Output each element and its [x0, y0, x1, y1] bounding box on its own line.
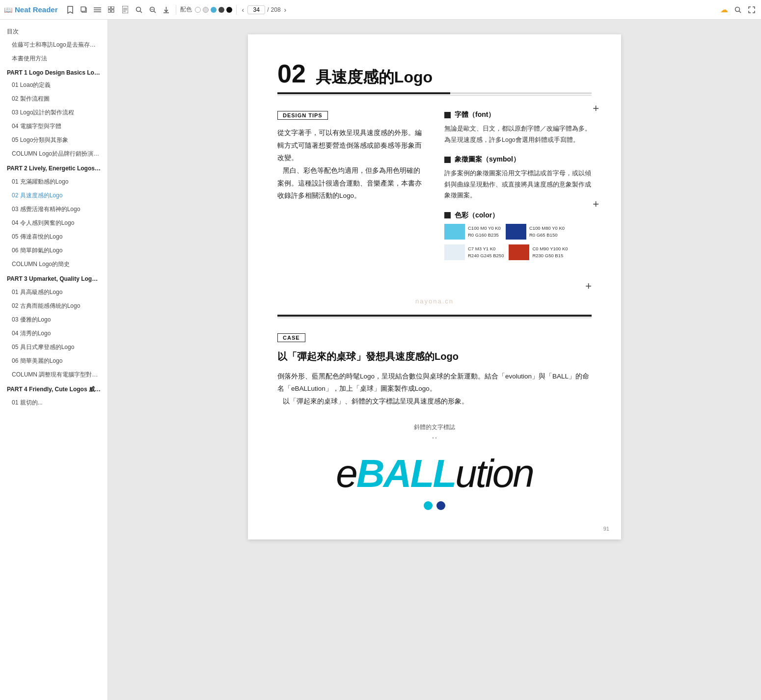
next-page-button[interactable]: › — [283, 6, 288, 14]
sidebar-item-p1-01[interactable]: 01 Loao的定義 — [0, 78, 108, 92]
watermark: nayona.cn — [277, 297, 592, 305]
color-white[interactable] — [195, 7, 201, 13]
chapter-divider — [277, 92, 592, 96]
sidebar-item-p2-03[interactable]: 03 感覺活潑有精神的Logo — [0, 202, 108, 216]
color-lightgray[interactable] — [203, 7, 209, 13]
font-section: 字體（font） 無論是歐文、日文，都以原創字體／改編字體為多。為呈現速度感，許… — [444, 110, 592, 145]
logo-ball: BALL — [356, 451, 455, 496]
app-icon: 📖 — [4, 6, 12, 14]
design-tips-right: 字體（font） 無論是歐文、日文，都以原創字體／改編字體為多。為呈現速度感，許… — [444, 110, 592, 270]
prev-page-button[interactable]: ‹ — [241, 6, 246, 14]
sidebar-item-p2-06[interactable]: 06 簡單帥氣的Logo — [0, 243, 108, 257]
color-black[interactable] — [226, 7, 232, 13]
section-divider-thin — [277, 318, 592, 318]
grid-icon[interactable] — [106, 4, 117, 15]
svg-rect-7 — [108, 10, 110, 12]
sidebar-item-p2-col[interactable]: COLUMN Logo的簡史 — [0, 257, 108, 271]
sidebar-item-p3-03[interactable]: 03 優雅的Logo — [0, 313, 108, 326]
sidebar-item-p1-04[interactable]: 04 電腦字型與字體 — [0, 119, 108, 133]
page-total: 208 — [271, 6, 281, 13]
content-area: 02 具速度感的Logo + + DESIGN TIPS — [108, 20, 761, 700]
swatch-cyan-label: C100 M0 Y0 K0R0 G160 B235 — [468, 225, 501, 238]
sidebar-item-p3-06[interactable]: 06 簡華美麗的Logo — [0, 354, 108, 368]
expand-icon[interactable] — [746, 4, 757, 15]
symbol-icon — [444, 157, 451, 163]
chapter-number: 02 — [277, 59, 306, 88]
symbol-section: 象徵圖案（symbol） 許多案例的象徵圖案沿用文字標誌或首字母，或以傾斜與曲線… — [444, 155, 592, 201]
page-navigation: ‹ 34 / 208 › — [241, 5, 288, 14]
sidebar-group-part2[interactable]: PART 2 Lively, Energetic Logos 充... — [0, 161, 108, 175]
sidebar-group-part1[interactable]: PART 1 Logo Design Basics Logo... — [0, 65, 108, 78]
sidebar-item-p4-01[interactable]: 01 親切的... — [0, 396, 108, 409]
sidebar-item-p3-04[interactable]: 04 清秀的Logo — [0, 326, 108, 340]
section-divider-top — [277, 315, 592, 317]
svg-rect-1 — [81, 7, 85, 11]
sidebar-item-usage[interactable]: 本書使用方法 — [0, 52, 108, 65]
swatch-navy: C100 M80 Y0 K0R0 G65 B150 — [506, 224, 565, 240]
color-cyan[interactable] — [211, 7, 217, 13]
sidebar-item-p2-04[interactable]: 04 令人感到興奮的Logo — [0, 216, 108, 230]
search-right-icon[interactable] — [733, 4, 743, 15]
logo-e: e — [336, 451, 356, 496]
symbol-title: 象徵圖案（symbol） — [455, 155, 520, 164]
search-icon[interactable] — [134, 4, 144, 15]
copy-icon[interactable] — [79, 4, 89, 15]
page-number-input[interactable]: 34 — [247, 5, 265, 14]
color-dark[interactable] — [218, 7, 224, 13]
sidebar-item-p3-01[interactable]: 01 具高級感的Logo — [0, 285, 108, 299]
sidebar-item-p1-col[interactable]: COLUMN Logo於品牌行銷扮演的... — [0, 147, 108, 161]
swatch-red: C0 M90 Y100 K0R230 G50 B15 — [509, 244, 568, 260]
color-swatches: C100 M0 Y0 K0R0 G160 B235 C100 M80 Y0 K0… — [444, 224, 592, 260]
case-text: 倒落外形、藍黑配色的時髦Logo，呈現結合數位與桌球的全新運動。結合「evolu… — [277, 370, 592, 408]
font-title: 字體（font） — [455, 110, 495, 119]
eballution-logo: e BALL ution — [277, 451, 592, 496]
doc-icon[interactable] — [120, 4, 131, 15]
design-tips-section: + + DESIGN TIPS 從文字著手，可以有效呈現具速度感的外形。編輯方式… — [277, 110, 592, 270]
chapter-title: 具速度感的Logo — [316, 67, 433, 88]
plus-icon-mid: + — [593, 199, 599, 210]
logo-annotation: 斜體的文字標誌 — [414, 424, 455, 431]
page-card: 02 具速度感的Logo + + DESIGN TIPS — [248, 34, 621, 539]
app-name: Neat Reader — [15, 5, 58, 14]
logo-annotation-text: 斜體的文字標誌 — [277, 422, 592, 431]
sidebar-item-p1-02[interactable]: 02 製作流程圖 — [0, 92, 108, 106]
sidebar-item-p3-05[interactable]: 05 具日式摩登感的Logo — [0, 340, 108, 354]
case-badge: CASE — [277, 333, 305, 342]
svg-line-14 — [140, 11, 142, 13]
swatch-navy-label: C100 M80 Y0 K0R0 G65 B150 — [529, 225, 565, 238]
font-icon — [444, 112, 451, 118]
app-brand: 📖 Neat Reader — [4, 5, 58, 14]
page-separator: / — [267, 6, 269, 13]
chapter-header: 02 具速度感的Logo — [277, 59, 592, 88]
svg-point-20 — [735, 7, 740, 11]
page-number-bottom: 91 — [603, 526, 609, 532]
svg-rect-8 — [111, 10, 114, 12]
design-tips-left: DESIGN TIPS 從文字著手，可以有效呈現具速度感的外形。編輯方式可隨著想… — [277, 110, 425, 270]
bookmark-icon[interactable] — [65, 4, 76, 15]
sidebar-item-p3-col[interactable]: COLUMN 調整現有電腦字型對Lo... — [0, 368, 108, 381]
plus-icon-bottom: + — [277, 280, 592, 293]
toolbar: 📖 Neat Reader 配色 ‹ 34 / 208 › — [0, 0, 761, 20]
cloud-icon[interactable]: ☁ — [719, 4, 730, 15]
sidebar-item-p1-05[interactable]: 05 Logo分類與其形象 — [0, 133, 108, 147]
sidebar-item-p3-02[interactable]: 02 古典而能感傳統的Logo — [0, 299, 108, 313]
case-main-title: 以「彈起來的桌球」發想具速度感的Logo — [277, 350, 592, 363]
toolbar-right: ☁ — [719, 4, 757, 15]
color-options — [195, 7, 232, 13]
logo-ution: ution — [455, 451, 533, 496]
menu-icon[interactable] — [92, 4, 103, 15]
sidebar-group-part4[interactable]: PART 4 Friendly, Cute Logos 威覺親... — [0, 381, 108, 396]
sidebar: 目次 佐藤可士和專訪Logo是去蕪存菁的滿... 本書使用方法 PART 1 L… — [0, 20, 108, 700]
sidebar-toc-title: 目次 — [0, 25, 108, 38]
sidebar-item-intro[interactable]: 佐藤可士和專訪Logo是去蕪存菁的滿... — [0, 38, 108, 52]
download-icon[interactable] — [161, 4, 172, 15]
sidebar-group-part3[interactable]: PART 3 Upmarket, Quality Logos 具... — [0, 271, 108, 285]
swatch-red-label: C0 M90 Y100 K0R230 G50 B15 — [532, 245, 568, 259]
sidebar-item-p2-02[interactable]: 02 具速度感的Logo — [0, 188, 108, 202]
search2-icon[interactable] — [147, 4, 158, 15]
sidebar-item-p2-01[interactable]: 01 充滿躍動感的Logo — [0, 175, 108, 188]
toolbar-separator2 — [236, 5, 237, 15]
color-title: 色彩（color） — [455, 211, 499, 220]
sidebar-item-p1-03[interactable]: 03 Logo設計的製作流程 — [0, 106, 108, 119]
sidebar-item-p2-05[interactable]: 05 傳達喜悅的Logo — [0, 230, 108, 243]
